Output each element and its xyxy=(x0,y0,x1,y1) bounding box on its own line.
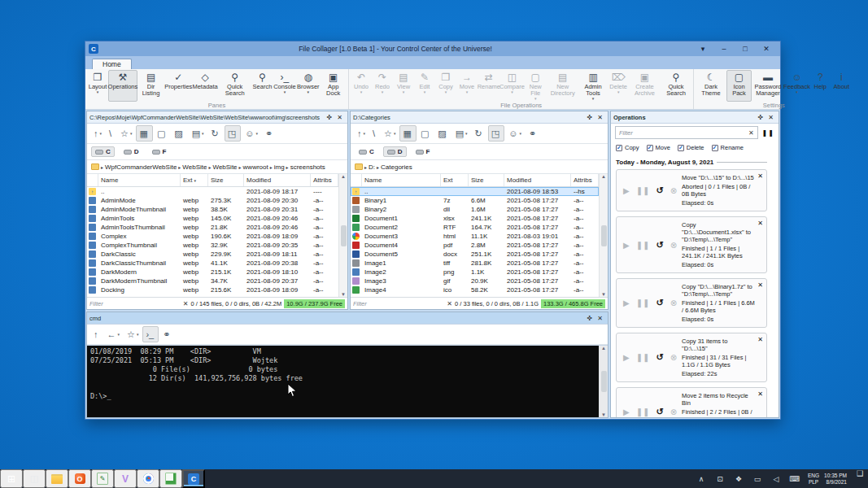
column-name[interactable]: Name xyxy=(98,174,181,186)
taskbar-app-icon[interactable] xyxy=(137,469,159,488)
undo-operation-icon[interactable]: ↺ xyxy=(656,352,663,363)
pin-icon[interactable]: ✜ xyxy=(755,114,765,121)
console-toolbar-button[interactable]: ⚭ xyxy=(159,326,175,342)
close-icon[interactable]: ✕ xyxy=(757,172,763,180)
panel-toolbar-button[interactable]: ▨ xyxy=(434,125,451,142)
cancel-icon[interactable]: ⊗ xyxy=(670,186,677,195)
file-row[interactable]: DarkModernThumbnail webp 34.7K 2021-08-0… xyxy=(87,277,338,285)
pause-icon[interactable]: ❚❚ xyxy=(636,186,650,195)
pause-icon[interactable]: ❚❚ xyxy=(636,407,650,416)
play-icon[interactable]: ▶ xyxy=(623,353,630,362)
taskbar-app-icon[interactable] xyxy=(91,469,114,488)
clear-filter-icon[interactable]: ✕ xyxy=(748,129,754,137)
pin-icon[interactable]: ✜ xyxy=(584,315,595,322)
drive-button[interactable]: F xyxy=(148,146,171,157)
panel-toolbar-button[interactable]: ↑ ▾ xyxy=(354,125,369,142)
clear-filter-icon[interactable]: ✕ xyxy=(447,300,452,307)
taskbar-app-icon[interactable] xyxy=(182,469,205,488)
taskbar-app-icon[interactable] xyxy=(159,469,182,488)
console-toolbar-button[interactable]: ← ▾ xyxy=(104,326,124,342)
taskbar-app-icon[interactable] xyxy=(68,469,91,488)
console-toolbar-button[interactable]: ›_ xyxy=(142,326,159,342)
column-attribs[interactable]: Attribs xyxy=(571,174,599,186)
clock[interactable]: 10:35 PM8/9/2021 xyxy=(819,469,852,488)
close-icon[interactable]: ✕ xyxy=(595,114,605,121)
pin-icon[interactable]: ✜ xyxy=(324,114,334,121)
vertical-scrollbar[interactable]: ▲▼ xyxy=(599,174,608,297)
filter-checkbox[interactable]: ✓ Rename xyxy=(712,144,744,151)
file-row[interactable]: Docking webp 215.6K 2021-08-09 18:09 -a-… xyxy=(87,285,338,294)
ribbon-button[interactable]: ? Help xyxy=(809,70,831,102)
play-icon[interactable]: ▶ xyxy=(623,407,630,416)
window-titlebar[interactable]: C File Collager [1.0 Beta 1] - Your Cont… xyxy=(85,41,780,56)
ribbon-button[interactable]: ❐ Layout ▾ xyxy=(87,70,108,102)
close-button[interactable]: ✕ xyxy=(756,43,777,54)
ribbon-button[interactable]: ▤ New Directory xyxy=(547,70,578,102)
file-row[interactable]: Document2 RTF 164.7K 2021-05-08 17:27 -a… xyxy=(351,223,599,232)
ribbon-button[interactable]: ⚲ Quick Search xyxy=(218,70,251,102)
file-row[interactable]: ComplexThumbnail webp 32.9K 2021-08-09 2… xyxy=(87,241,338,250)
file-row[interactable]: AdminTools webp 145.0K 2021-08-09 20:46 … xyxy=(87,214,338,223)
cancel-icon[interactable]: ⊗ xyxy=(670,353,677,362)
breadcrumb-item[interactable]: ▸ D: xyxy=(364,163,375,171)
panel-toolbar-button[interactable]: ⚭ xyxy=(526,125,541,142)
undo-operation-icon[interactable]: ↺ xyxy=(656,298,663,308)
drive-button[interactable]: D xyxy=(120,146,143,157)
tray-icon[interactable]: ◁ xyxy=(770,475,783,483)
panel-toolbar-button[interactable]: \ xyxy=(369,125,380,142)
left-panel-titlebar[interactable]: C:\Repos\Moje\WpfCommanderWebSite\WebSit… xyxy=(87,111,347,124)
pause-icon[interactable]: ❚❚ xyxy=(636,353,650,362)
vertical-scrollbar[interactable]: ▲▼ xyxy=(599,346,608,417)
breadcrumb-item[interactable]: ▸ WebSite xyxy=(208,163,237,171)
ribbon-button[interactable]: i About xyxy=(831,70,852,102)
file-row[interactable]: DarkModern webp 215.1K 2021-08-09 18:10 … xyxy=(87,268,338,277)
file-row[interactable]: ↑ .. 2021-08-09 18:53 --hs xyxy=(351,187,599,196)
file-row[interactable]: Image3 gif 20.9K 2021-05-08 17:27 -a-- xyxy=(351,277,599,285)
close-icon[interactable]: ✕ xyxy=(765,114,776,121)
column-attribs[interactable]: Attribs xyxy=(311,174,338,186)
ribbon-button[interactable]: ◇ Metadata xyxy=(192,70,218,102)
drive-button[interactable]: F xyxy=(412,146,434,157)
file-row[interactable]: Binary1 7z 6.6M 2021-05-08 17:27 -a-- xyxy=(351,196,599,205)
column-modified[interactable]: Modified xyxy=(244,174,311,186)
ribbon-button[interactable]: → Move ▾ xyxy=(456,70,478,102)
close-icon[interactable]: ✕ xyxy=(595,315,605,322)
ribbon-button[interactable]: ▤ Dir Listing xyxy=(137,70,164,102)
file-row[interactable]: Document1 xlsx 241.1K 2021-05-08 17:27 -… xyxy=(351,214,599,223)
column-size[interactable]: Size xyxy=(208,174,244,186)
drive-button[interactable]: C xyxy=(355,146,378,157)
ribbon-button[interactable]: ▣ App Dock xyxy=(320,70,347,102)
close-icon[interactable]: ✕ xyxy=(334,114,345,121)
console-output[interactable]: 01/08/2019 08:29 PM <DIR> VM 07/25/2021 … xyxy=(87,346,608,403)
breadcrumb-item[interactable]: ▸ Categories xyxy=(377,163,412,171)
filter-input[interactable] xyxy=(89,300,181,307)
file-row[interactable]: DarkClassic webp 229.9K 2021-08-09 18:11… xyxy=(87,250,338,259)
clear-filter-icon[interactable]: ✕ xyxy=(183,300,189,307)
undo-operation-icon[interactable]: ↺ xyxy=(656,240,663,251)
vertical-scrollbar[interactable]: ▲▼ xyxy=(338,174,347,297)
panel-toolbar-button[interactable]: ↑ ▾ xyxy=(90,125,105,142)
close-icon[interactable]: ✕ xyxy=(757,281,763,289)
ribbon-button[interactable]: ▥ Admin Tools ▾ xyxy=(578,70,608,102)
tab-home[interactable]: Home xyxy=(92,59,132,69)
file-row[interactable]: AdminToolsThumbnail webp 21.8K 2021-08-0… xyxy=(87,223,338,232)
ribbon-button[interactable]: ▤ View ▾ xyxy=(393,70,414,102)
tray-icon[interactable]: ▭ xyxy=(751,475,764,483)
console-toolbar-button[interactable]: ↑ xyxy=(90,326,103,342)
panel-toolbar-button[interactable]: ◳ xyxy=(488,125,504,142)
right-panel-titlebar[interactable]: D:\Categories ✜ ✕ xyxy=(351,111,608,124)
cancel-icon[interactable]: ⊗ xyxy=(670,241,677,250)
pause-icon[interactable]: ❚❚ xyxy=(636,241,650,250)
ribbon-button[interactable]: ▢ Icon Pack xyxy=(726,70,752,102)
file-row[interactable]: Document4 pdf 2.8M 2021-05-08 17:27 -a-- xyxy=(351,241,599,250)
panel-toolbar-button[interactable]: ↻ xyxy=(472,125,487,142)
play-icon[interactable]: ▶ xyxy=(623,298,630,307)
ribbon-button[interactable]: ☾ Dark Theme xyxy=(696,70,726,102)
close-icon[interactable]: ✕ xyxy=(757,390,763,398)
breadcrumb-item[interactable]: ▸ wwwroot xyxy=(239,163,268,171)
ribbon-button[interactable]: ⌦ Delete ▾ xyxy=(608,70,629,102)
tray-icon[interactable]: ∧ xyxy=(695,475,708,483)
ribbon-button[interactable]: ›_ Console ▾ xyxy=(273,70,296,102)
drive-button[interactable]: C xyxy=(91,146,115,157)
file-row[interactable]: Image4 ico 58.2K 2021-05-08 17:27 -a-- xyxy=(351,285,599,294)
